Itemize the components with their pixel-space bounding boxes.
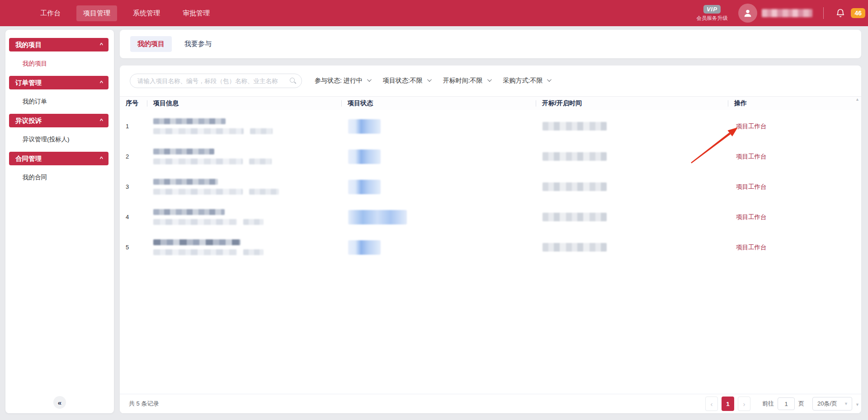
column-header-actions: 操作 xyxy=(728,97,861,110)
scrollbar-down-arrow[interactable]: ▼ xyxy=(855,403,859,407)
vip-icon: VIP xyxy=(703,5,721,14)
project-info-redacted xyxy=(147,179,341,195)
redacted-project-tag xyxy=(249,189,279,195)
redacted-project-code xyxy=(153,128,244,134)
column-header-project-info: 项目信息 xyxy=(147,97,341,110)
nav-item-system-management[interactable]: 系统管理 xyxy=(126,5,167,21)
project-list-panel: 参与状态: 进行中 项目状态:不限 开标时间:不限 采购方式:不限 序号 项目信… xyxy=(120,65,861,413)
redacted-opening-time xyxy=(542,122,607,131)
redacted-project-code xyxy=(153,159,243,164)
select-caret-icon: ▼ xyxy=(844,401,848,406)
nav-right-cluster: VIP 会员服务升级 46 xyxy=(696,4,865,23)
sidebar-item-objection-management[interactable]: 异议管理(投标人) xyxy=(5,131,114,148)
redacted-project-name xyxy=(153,149,214,154)
chevron-up-icon: ^ xyxy=(99,156,103,161)
sidebar-group-label: 异议投诉 xyxy=(15,117,42,125)
status-badge-redacted xyxy=(348,210,407,224)
sidebar-collapse-button[interactable]: « xyxy=(53,396,66,409)
user-avatar[interactable] xyxy=(738,4,757,23)
current-page-button[interactable]: 1 xyxy=(722,397,734,411)
filter-procurement-method[interactable]: 采购方式:不限 xyxy=(503,77,551,85)
sidebar-group-label: 合同管理 xyxy=(15,154,42,163)
redacted-opening-time xyxy=(542,243,607,252)
search-box xyxy=(130,74,302,88)
next-page-button[interactable]: › xyxy=(738,397,750,411)
filter-bid-opening-time[interactable]: 开标时间:不限 xyxy=(443,77,491,85)
project-workbench-link[interactable]: 项目工作台 xyxy=(736,183,767,190)
chevron-down-icon xyxy=(547,77,552,82)
project-workbench-link[interactable]: 项目工作台 xyxy=(736,153,767,160)
redacted-opening-time xyxy=(542,182,607,191)
sidebar: 我的项目 ^ 我的项目 订单管理 ^ 我的订单 异议投诉 ^ 异议管理(投标人)… xyxy=(5,30,114,413)
table-row: 5 项目工作台 xyxy=(120,232,861,262)
search-input[interactable] xyxy=(130,74,302,88)
sidebar-group-my-projects[interactable]: 我的项目 ^ xyxy=(9,38,108,51)
project-workbench-link[interactable]: 项目工作台 xyxy=(736,214,767,220)
chevron-up-icon: ^ xyxy=(99,42,103,47)
scrollbar-up-arrow[interactable]: ▲ xyxy=(855,98,859,102)
project-info-redacted xyxy=(147,209,341,225)
redacted-project-tag xyxy=(243,249,264,255)
redacted-project-tag xyxy=(249,159,272,164)
sidebar-item-my-contracts[interactable]: 我的合同 xyxy=(5,169,114,186)
username-redacted xyxy=(762,9,812,17)
status-badge-redacted xyxy=(348,119,381,134)
total-records-label: 共 5 条记录 xyxy=(129,400,159,408)
project-workbench-link[interactable]: 项目工作台 xyxy=(736,123,767,130)
column-header-project-status: 项目状态 xyxy=(341,97,536,110)
sidebar-group-objection-complaint[interactable]: 异议投诉 ^ xyxy=(9,114,108,127)
notification-bell[interactable] xyxy=(835,8,845,18)
sidebar-item-my-orders[interactable]: 我的订单 xyxy=(5,93,114,110)
table-row: 3 项目工作台 xyxy=(120,172,861,202)
nav-item-project-management[interactable]: 项目管理 xyxy=(76,5,117,21)
row-index: 4 xyxy=(120,214,147,220)
project-info-redacted xyxy=(147,118,341,134)
row-index: 1 xyxy=(120,123,147,130)
person-icon xyxy=(743,8,753,18)
table-row: 2 项目工作台 xyxy=(120,141,861,172)
table-body: 1 项目工作台 2 项目工作台 3 xyxy=(120,111,861,262)
tab-my-projects[interactable]: 我的项目 xyxy=(130,36,172,52)
tab-want-to-participate[interactable]: 我要参与 xyxy=(177,36,219,52)
notification-count-badge[interactable]: 46 xyxy=(851,8,865,18)
goto-unit-label: 页 xyxy=(798,400,804,408)
table-footer: 共 5 条记录 ‹ 1 › 前往 页 20条/页 ▼ xyxy=(120,394,861,413)
project-info-redacted xyxy=(147,149,341,164)
sidebar-item-my-projects[interactable]: 我的项目 xyxy=(5,55,114,72)
sidebar-group-contract-management[interactable]: 合同管理 ^ xyxy=(9,152,108,165)
filter-project-status[interactable]: 项目状态:不限 xyxy=(383,77,430,85)
page-size-select[interactable]: 20条/页 ▼ xyxy=(812,397,852,411)
filter-participation-status[interactable]: 参与状态: 进行中 xyxy=(315,77,370,85)
pagination: ‹ 1 › 前往 页 20条/页 ▼ xyxy=(705,397,852,411)
row-index: 5 xyxy=(120,244,147,251)
redacted-project-tag xyxy=(250,128,273,134)
redacted-project-code xyxy=(153,249,237,255)
top-nav-bar: 工作台 项目管理 系统管理 审批管理 VIP 会员服务升级 46 xyxy=(0,0,868,26)
redacted-project-code xyxy=(153,189,243,195)
nav-item-approval-management[interactable]: 审批管理 xyxy=(176,5,217,21)
nav-item-workbench[interactable]: 工作台 xyxy=(33,5,67,21)
vip-upgrade[interactable]: VIP 会员服务升级 xyxy=(696,5,727,22)
redacted-project-tag xyxy=(243,219,264,225)
redacted-project-name xyxy=(153,118,226,124)
search-icon[interactable] xyxy=(290,78,295,83)
status-badge-redacted xyxy=(348,180,381,194)
project-workbench-link[interactable]: 项目工作台 xyxy=(736,244,767,251)
filter-label: 项目状态:不限 xyxy=(383,77,423,85)
redacted-opening-time xyxy=(542,152,607,161)
prev-page-button[interactable]: ‹ xyxy=(705,397,718,411)
chevron-down-icon xyxy=(427,77,432,82)
table-row: 4 项目工作台 xyxy=(120,202,861,232)
status-badge-redacted xyxy=(348,149,381,164)
row-index: 2 xyxy=(120,153,147,160)
column-header-index: 序号 xyxy=(120,97,147,110)
column-header-opening-time: 开标/开启时间 xyxy=(536,97,728,110)
goto-page-input[interactable] xyxy=(778,397,795,410)
filter-label: 采购方式:不限 xyxy=(503,77,543,85)
nav-menu: 工作台 项目管理 系统管理 审批管理 xyxy=(33,5,217,21)
bell-icon xyxy=(835,8,845,18)
page-size-value: 20条/页 xyxy=(817,400,837,408)
vip-upgrade-label: 会员服务升级 xyxy=(696,15,727,22)
chevron-down-icon xyxy=(487,77,492,82)
sidebar-group-order-management[interactable]: 订单管理 ^ xyxy=(9,76,108,89)
